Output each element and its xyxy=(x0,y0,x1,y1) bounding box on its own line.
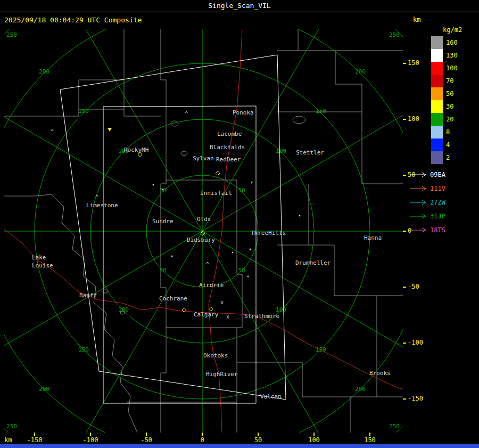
symbol-marker-icon: ^ xyxy=(95,194,98,200)
city-label: Sundre xyxy=(152,218,174,225)
range-ring-label: 200 xyxy=(39,68,49,75)
radar-map-canvas[interactable]: 5050505010010010010015015015015020020020… xyxy=(4,29,403,433)
legend-scale-value: 130 xyxy=(446,52,458,59)
city-label: Lake xyxy=(32,254,46,261)
city-label: Louise xyxy=(32,262,53,269)
city-label: RockyMH xyxy=(124,146,148,153)
range-ring-grid xyxy=(4,29,403,433)
range-ring-label: 150 xyxy=(316,108,326,115)
lake-outline xyxy=(293,116,305,124)
range-ring-label: 200 xyxy=(355,386,366,393)
radial-line xyxy=(59,29,202,231)
scan-timestamp: 2025/09/18 00:04:29 UTC Composite xyxy=(4,16,142,24)
right-axis-tick xyxy=(403,343,406,344)
bottom-axis-value: -150 xyxy=(24,436,45,444)
symbol-marker-icon: ^ xyxy=(185,111,188,117)
city-label: Blackfalds xyxy=(210,144,245,151)
city-label: Cochrane xyxy=(159,295,187,302)
legend-scale-value: 30 xyxy=(446,103,453,110)
range-ring-label: 200 xyxy=(355,68,366,75)
city-label: Lacombe xyxy=(217,131,242,137)
legend-swatch xyxy=(431,100,443,113)
range-ring-label: 100 xyxy=(118,306,129,313)
legend-swatch xyxy=(431,87,443,100)
symbol-marker-icon: x xyxy=(226,314,229,320)
radar-site-id: 27ZW xyxy=(430,199,446,206)
legend-swatch xyxy=(431,113,443,126)
echo-dot-icon xyxy=(171,256,173,257)
city-label: Didsbury xyxy=(187,237,215,243)
echo-dot-icon xyxy=(299,215,301,217)
legend-swatch xyxy=(431,62,443,75)
bottom-axis-value: 0 xyxy=(192,436,213,444)
city-label: Hanna xyxy=(364,234,382,241)
radar-site-id: 18TS xyxy=(430,226,445,234)
city-label: Vulcan xyxy=(260,393,282,400)
symbol-marker-icon: * xyxy=(250,181,253,186)
foothills-boundary-line xyxy=(4,194,137,433)
lake-outline xyxy=(181,151,187,156)
taskbar-strip xyxy=(0,444,479,448)
bottom-axis-tick xyxy=(146,433,147,436)
radar-site-arrow-icon xyxy=(410,228,426,232)
coverage-polygon xyxy=(60,55,286,400)
range-ring-label: 150 xyxy=(78,108,89,115)
range-ring-label: 250 xyxy=(389,31,400,38)
legend-scale-value: 160 xyxy=(446,39,458,46)
city-label: Limestone xyxy=(86,202,118,209)
city-label: RedDeer xyxy=(216,156,241,163)
symbol-marker-icon: v xyxy=(220,299,224,305)
city-label: Ponoka xyxy=(233,109,254,116)
city-label: Stettler xyxy=(296,149,324,156)
bottom-axis-tick xyxy=(258,433,259,436)
echo-dot-icon xyxy=(153,184,154,186)
right-axis-value: -50 xyxy=(408,283,419,290)
radar-site-id: 31JP xyxy=(430,213,445,220)
bottom-axis-tick xyxy=(90,433,91,436)
legend-scale-value: 20 xyxy=(446,116,453,123)
city-label: Brooks xyxy=(369,370,391,377)
window-title: Single_Scan_VIL xyxy=(208,2,270,10)
range-ring-label: 200 xyxy=(39,386,49,393)
highway-line xyxy=(4,229,403,389)
range-ring-label: 50 xyxy=(238,187,245,194)
legend-scale-value: 2 xyxy=(446,154,450,161)
range-ring-label: 50 xyxy=(238,267,245,274)
bottom-axis-unit: km xyxy=(4,436,12,444)
county-boundary-line xyxy=(277,245,403,296)
city-labels: PonokaLacombeBlackfaldsSylvanRedDeerRock… xyxy=(32,109,391,400)
bottom-axis-tick xyxy=(313,433,315,436)
bottom-axis-value: 50 xyxy=(247,436,269,444)
echo-dot-icon xyxy=(250,249,251,250)
radar-site-arrow-icon xyxy=(410,173,426,177)
station-diamond-icon xyxy=(216,171,220,175)
legend-swatch xyxy=(431,151,443,164)
legend-scale-value: 70 xyxy=(446,77,453,85)
radar-site-id: 111V xyxy=(430,185,445,192)
city-label: Olds xyxy=(197,216,211,223)
right-axis-value: -100 xyxy=(408,339,423,346)
bottom-axis-tick xyxy=(202,433,203,436)
bottom-axis-value: 150 xyxy=(359,436,381,444)
city-label: Calgary xyxy=(194,311,219,318)
echo-dot-icon xyxy=(162,189,164,191)
city-label: Airdrie xyxy=(199,282,224,289)
bottom-axis-tick xyxy=(34,433,35,436)
city-label: Banff xyxy=(79,292,97,299)
range-ring-label: 250 xyxy=(6,423,17,430)
legend-swatch xyxy=(431,139,443,151)
legend-scale-value: 50 xyxy=(446,90,453,97)
city-label: Drumheller xyxy=(295,259,331,266)
range-ring-label: 150 xyxy=(78,346,89,353)
window-titlebar: Single_Scan_VIL xyxy=(0,0,479,12)
range-ring-label: 50 xyxy=(159,187,166,194)
city-label: HighRiver xyxy=(206,371,238,378)
radar-site-arrow-icon xyxy=(410,186,426,191)
radar-site-arrow-icon xyxy=(410,214,426,218)
legend-scale-value: 100 xyxy=(446,64,458,72)
legend-scale-value: 4 xyxy=(446,141,450,149)
bottom-axis: km -150-100-50050100150 xyxy=(4,433,403,444)
vil-legend: kg/m2 160 130 100 70 50 30 20 8 4 2 09EA… xyxy=(404,25,479,248)
right-axis-unit: km xyxy=(413,16,420,23)
bottom-axis-value: -100 xyxy=(80,436,101,444)
